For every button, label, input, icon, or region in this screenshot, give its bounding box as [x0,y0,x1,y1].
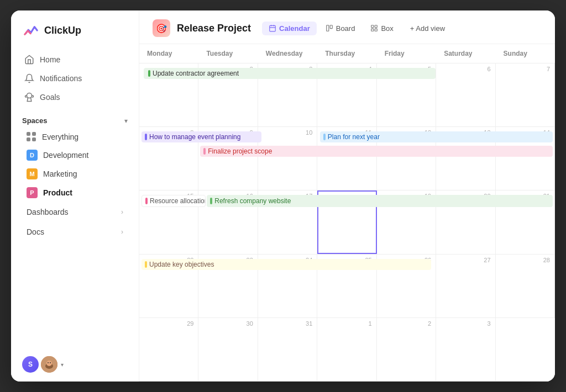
cal-cell-2-3[interactable]: 10 [258,127,317,190]
svg-rect-15 [375,29,378,31]
sidebar-item-product[interactable]: P Product [15,183,134,202]
cal-cell-4-5[interactable]: 26 [377,255,436,317]
day-header-saturday: Saturday [436,44,495,63]
cal-cell-3-4[interactable]: 18 [317,190,376,253]
product-avatar: P [27,187,38,198]
logo-area: ClickUp [11,10,139,48]
cal-cell-2-4[interactable]: 11 [317,127,376,190]
cal-cell-4-6[interactable]: 27 [436,255,495,317]
calendar: Monday Tuesday Wednesday Thursday Friday… [139,44,555,382]
sidebar-item-marketing[interactable]: M Marketing [15,165,134,183]
cal-cell-1-6[interactable]: 6 [436,63,495,126]
sidebar-item-goals[interactable]: Goals [18,88,132,107]
cal-cell-4-4[interactable]: 25 [317,255,376,317]
tab-calendar[interactable]: Calendar [262,22,317,35]
avatar-s: S [22,356,39,373]
development-avatar: D [27,150,38,161]
day-header-sunday: Sunday [496,44,555,63]
cal-cell-2-2[interactable]: 9 [198,127,258,190]
sidebar-item-everything[interactable]: Everything [15,128,134,146]
cal-cell-3-7[interactable]: 21 [496,190,555,253]
trophy-icon [24,92,34,102]
svg-rect-12 [371,25,374,28]
spaces-chevron-icon[interactable]: ▾ [124,117,128,125]
board-icon [326,24,333,32]
dashboards-chevron-icon: › [121,208,123,216]
cal-cell-5-3[interactable]: 31 [258,318,317,381]
svg-point-3 [46,361,52,366]
cal-cell-4-3[interactable]: 24 [258,255,317,317]
cal-cell-1-4[interactable]: 4 [317,63,376,126]
footer-chevron-icon[interactable]: ▾ [61,362,64,368]
cal-cell-2-7[interactable]: 14 [496,127,555,190]
cal-cell-5-4[interactable]: 1 [317,318,376,381]
sidebar-item-notifications[interactable]: Notifications [18,69,132,88]
sidebar-footer[interactable]: S ▾ [11,347,139,382]
cal-cell-3-3[interactable]: 17 [258,190,317,253]
docs-chevron-icon: › [121,228,123,236]
cal-cell-5-5[interactable]: 2 [377,318,436,381]
avatar-photo [41,356,57,373]
svg-rect-6 [270,25,276,31]
svg-rect-14 [371,29,374,31]
header-views: Calendar Board Box [262,22,450,35]
marketing-avatar: M [27,168,38,179]
tab-box[interactable]: Box [364,22,400,35]
main-content: 🎯 Release Project Calendar [139,10,555,382]
clickup-logo-icon [22,22,40,39]
project-title: Release Project [177,23,251,34]
day-header-friday: Friday [377,44,436,63]
main-header: 🎯 Release Project Calendar [139,10,555,44]
home-icon [24,55,34,65]
cal-cell-1-1[interactable] [139,63,198,126]
cal-cell-4-7[interactable]: 28 [496,255,555,317]
calendar-week-4: 22 23 24 25 26 27 28 Update key objectiv… [139,255,555,318]
tab-board[interactable]: Board [319,22,362,35]
cal-cell-3-1[interactable]: 15 [139,190,198,253]
cal-cell-3-2[interactable]: 16 [198,190,258,253]
spaces-label: Spaces [22,116,48,125]
cal-cell-1-5[interactable]: 5 [377,63,436,126]
day-header-monday: Monday [139,44,198,63]
day-header-tuesday: Tuesday [198,44,258,63]
cal-cell-5-1[interactable]: 29 [139,318,198,381]
cal-cell-5-2[interactable]: 30 [198,318,258,381]
cal-cell-2-6[interactable]: 13 [436,127,495,190]
sidebar-item-docs[interactable]: Docs › [15,222,134,242]
cal-cell-4-2[interactable]: 23 [198,255,258,317]
logo-text: ClickUp [44,25,81,36]
bell-icon [24,73,34,83]
cal-cell-1-7[interactable]: 7 [496,63,555,126]
svg-point-4 [48,362,49,363]
sidebar-item-dashboards[interactable]: Dashboards › [15,202,134,222]
cal-cell-2-5[interactable]: 12 [377,127,436,190]
calendar-week-2: 8 9 10 11 12 13 14 How to manage event p… [139,127,555,190]
cal-cell-3-6[interactable]: 20 [436,190,495,253]
cal-cell-5-6[interactable]: 3 [436,318,495,381]
cal-cell-4-1[interactable]: 22 [139,255,198,317]
sidebar-item-development[interactable]: D Development [15,146,134,165]
cal-cell-1-2[interactable]: 2 [198,63,258,126]
calendar-day-headers: Monday Tuesday Wednesday Thursday Friday… [139,44,555,63]
calendar-icon [269,24,276,32]
add-view-button[interactable]: + Add view [405,22,450,35]
svg-point-5 [50,362,51,363]
svg-rect-10 [326,25,328,31]
svg-rect-13 [375,25,378,28]
cal-cell-5-7[interactable] [496,318,555,381]
calendar-week-3: 15 16 17 18 19 20 21 Resource allocation [139,190,555,254]
day-header-wednesday: Wednesday [258,44,317,63]
svg-rect-11 [330,25,332,29]
sidebar-item-home[interactable]: Home [18,50,132,69]
cal-cell-1-3[interactable]: 3 [258,63,317,126]
calendar-week-1: 2 3 4 5 6 7 Update contractor agreement [139,63,555,127]
cal-cell-3-5[interactable]: 19 [377,190,436,253]
calendar-body: 2 3 4 5 6 7 Update contractor agreement [139,63,555,382]
cal-cell-2-1[interactable]: 8 [139,127,198,190]
sidebar-nav: Home Notifications Goals [11,48,139,109]
sidebar: ClickUp Home Notifications [11,10,139,382]
project-icon: 🎯 [153,19,170,37]
box-icon [370,24,378,32]
spaces-section-header: Spaces ▾ [11,109,139,128]
svg-point-0 [27,93,32,98]
